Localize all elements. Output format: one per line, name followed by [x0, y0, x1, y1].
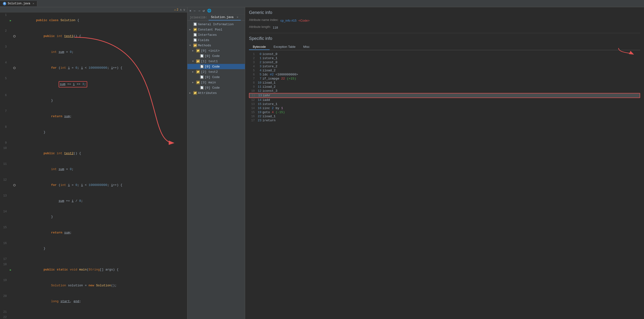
- code-line: 5 sum += i >> 3;: [0, 76, 187, 93]
- bytecode-row: 13 15 istore_1: [249, 102, 640, 106]
- code-line: 13 sum += i / 8;: [0, 193, 187, 209]
- folder-icon: 📁: [193, 28, 197, 32]
- tree-item-main-code[interactable]: 📄 [0] Code: [188, 85, 245, 90]
- nav-up-button[interactable]: ∧: [180, 8, 182, 12]
- attr-length-label: Attribute length:: [249, 25, 271, 28]
- code-line: 22 for (int i = 0; i < 10; i++) {: [0, 315, 187, 319]
- tree-label: [0] Code: [205, 76, 220, 79]
- attr-name-value: <Code>: [298, 19, 310, 22]
- folder-icon: 📁: [196, 70, 200, 74]
- bytecode-tabs: Bytecode Exception Table Misc: [249, 44, 640, 50]
- folder-icon: 📁: [193, 91, 197, 95]
- code-line: 16 }: [0, 241, 187, 256]
- bytecode-table: 1 0 iconst_0 2 1 istore_1 3 2 iconst_0 4…: [249, 52, 640, 122]
- code-line: 15 return sum;: [0, 225, 187, 241]
- info-panel: Generic info Attribute name index: cp_in…: [245, 7, 644, 319]
- doc-icon: 📄: [200, 54, 204, 58]
- tree-item-test2[interactable]: ▶ 📁 [2] test2: [188, 69, 245, 74]
- code-line: 7 return sum;: [0, 108, 187, 124]
- bytecode-row: 15 19 goto 4 (-15): [249, 110, 640, 114]
- folder-icon: 📁: [196, 49, 200, 52]
- tree-label: [0] <init>: [201, 49, 220, 52]
- code-line: 12 for (int i = 0; i < 1000000000; i++) …: [0, 177, 187, 193]
- doc-icon: 📄: [200, 64, 204, 68]
- code-content: 1 ▶ public class Solution { 2 public int…: [0, 12, 187, 319]
- attr-length-row: Attribute length: 118: [249, 25, 640, 30]
- tree-item-methods[interactable]: ▼ 📂 Methods: [188, 43, 245, 48]
- code-line: 1 ▶ public class Solution {: [0, 12, 187, 28]
- back-button[interactable]: ←: [193, 8, 196, 13]
- code-line: 21: [0, 310, 187, 315]
- bytecode-row: 5 4 iload_2: [249, 68, 640, 72]
- tree-item-attributes[interactable]: ▶ 📁 Attributes: [188, 90, 245, 96]
- nav-down-button[interactable]: ∨: [183, 8, 185, 12]
- bytecode-row: 12 14 iadd: [249, 98, 640, 102]
- bytecode-row-highlighted: 11 13 ishr: [249, 93, 640, 98]
- tab-close-button[interactable]: ✕: [33, 2, 34, 5]
- bytecode-row: 2 1 istore_1: [249, 56, 640, 60]
- tree-item-test2-code[interactable]: 📄 [0] Code: [188, 74, 245, 80]
- bytecode-row: 17 23 ireturn: [249, 118, 640, 122]
- code-line: 19 Solution solution = new Solution();: [0, 278, 187, 294]
- doc-icon: 📄: [200, 75, 204, 79]
- tree-label: General Information: [198, 22, 234, 26]
- doc-icon: 📄: [200, 86, 204, 90]
- code-line: 8 }: [0, 124, 187, 140]
- code-line: 17: [0, 256, 187, 262]
- tree-item-init[interactable]: ▶ 📁 [0] <init>: [188, 48, 245, 53]
- close-button[interactable]: ✕: [189, 8, 192, 13]
- jclasslib-tab-solution[interactable]: Solution.java ✕: [208, 14, 241, 20]
- tree-label: [0] Code: [205, 54, 220, 58]
- tab-solution-java[interactable]: G Solution.java ✕: [0, 1, 37, 6]
- tree-label: Fields: [198, 38, 209, 42]
- code-line: 20 long start, end;: [0, 294, 187, 310]
- tree-item-test1[interactable]: ▼ 📂 [1] test1: [188, 58, 245, 64]
- tree-label: Methods: [198, 44, 211, 47]
- tree-label: Attributes: [198, 91, 217, 95]
- tree-item-init-code[interactable]: 📄 [0] Code: [188, 53, 245, 58]
- tab-misc[interactable]: Misc: [300, 44, 314, 50]
- code-line: 9: [0, 140, 187, 146]
- tree-item-general-info[interactable]: 📄 General Information: [188, 22, 245, 27]
- folder-icon: 📁: [196, 80, 200, 84]
- tree-item-fields[interactable]: 📄 Fields: [188, 38, 245, 43]
- warning-badge: ⚠ 2: [174, 8, 178, 12]
- tree-label: [0] Code: [205, 86, 220, 90]
- code-line: 4 for (int i = 0; i < 1000000000; i++) {: [0, 60, 187, 76]
- attr-length-value: 118: [273, 26, 278, 29]
- doc-icon: 📄: [193, 38, 197, 42]
- refresh-button[interactable]: ↺: [202, 8, 205, 13]
- bytecode-row: 8 10 iload_1: [249, 81, 640, 85]
- bytecode-row: 7 7 if_icmpge 22 (+15): [249, 77, 640, 81]
- jclasslib-tab-close[interactable]: ✕: [237, 16, 238, 19]
- tree-item-test1-code[interactable]: 📄 [0] Code: [188, 64, 245, 69]
- bytecode-row: 4 3 istore_2: [249, 64, 640, 68]
- generic-info-title: Generic info: [249, 10, 640, 15]
- tree-item-constant-pool[interactable]: ▶ 📁 Constant Pool: [188, 27, 245, 32]
- bytecode-row: 16 22 iload_1: [249, 114, 640, 118]
- jclasslib-tabbar: jclasslib: Solution.java ✕: [188, 14, 245, 21]
- tab-bytecode[interactable]: Bytecode: [249, 44, 270, 50]
- jclasslib-label: jclasslib:: [188, 15, 208, 20]
- tree-item-main[interactable]: ▶ 📁 [3] main: [188, 80, 245, 85]
- jclasslib-panel: ✕ ← → ↺ 🌐 jclasslib: Solution.java ✕ 📄 G…: [188, 7, 245, 319]
- main-container: ⚠ 2 ∧ ∨ 1 ▶ public class Solution { 2: [0, 7, 644, 319]
- code-line: 3 int sum = 0;: [0, 44, 187, 60]
- bytecode-row: 14 16 iinc 2 by 1: [249, 106, 640, 110]
- tab-exception-table[interactable]: Exception Table: [270, 44, 300, 50]
- folder-open-icon: 📂: [196, 59, 200, 63]
- forward-button[interactable]: →: [198, 8, 201, 13]
- attr-name-link[interactable]: cp_info #15: [280, 19, 296, 22]
- attr-name-row: Attribute name index: cp_info #15 <Code>: [249, 18, 640, 23]
- tree-label: [3] main: [201, 81, 216, 84]
- code-line: 11 int sum = 0;: [0, 162, 187, 177]
- run-arrow-icon: ▶: [9, 262, 12, 278]
- code-panel: ⚠ 2 ∧ ∨ 1 ▶ public class Solution { 2: [0, 7, 188, 319]
- tree-label: [2] test2: [201, 70, 218, 74]
- divider: [249, 33, 640, 33]
- tree-label: [0] Code: [205, 65, 220, 68]
- browse-button[interactable]: 🌐: [207, 8, 212, 13]
- doc-icon: 📄: [193, 22, 197, 26]
- specific-info-title: Specific info: [249, 36, 640, 41]
- tree-item-interfaces[interactable]: 📄 Interfaces: [188, 32, 245, 38]
